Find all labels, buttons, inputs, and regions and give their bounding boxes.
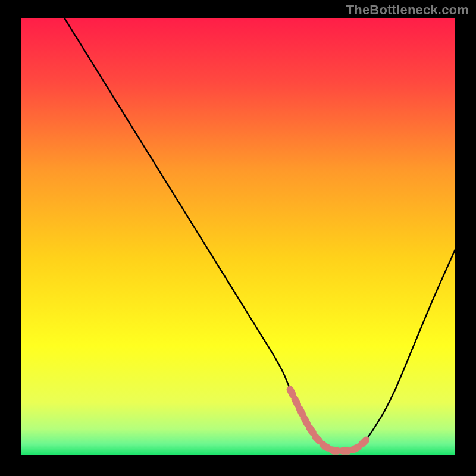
optimal-range-marker [290, 390, 368, 451]
bottleneck-curve [64, 18, 455, 451]
watermark-text: TheBottleneck.com [346, 2, 469, 18]
bottleneck-chart [21, 18, 455, 455]
chart-curve-layer [21, 18, 455, 455]
